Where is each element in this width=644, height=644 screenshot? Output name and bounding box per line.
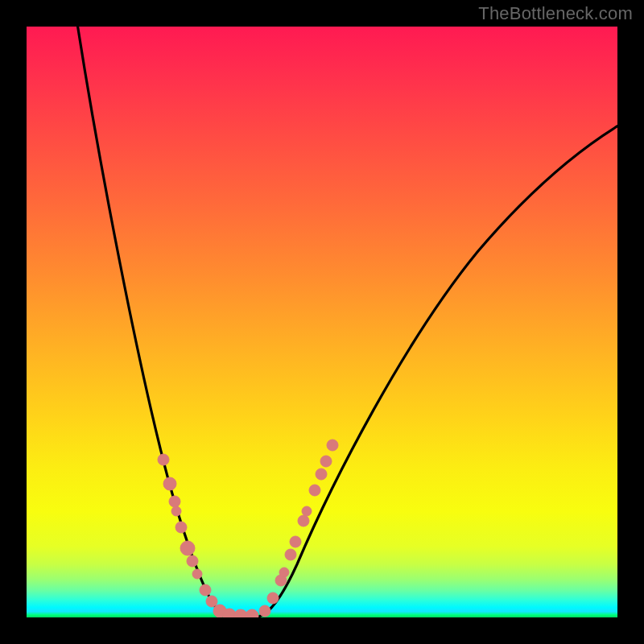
data-point (302, 506, 312, 516)
data-point (158, 454, 169, 465)
data-point (187, 555, 198, 567)
data-point (171, 506, 181, 516)
data-point (259, 605, 270, 617)
data-point (320, 456, 332, 467)
data-point (163, 477, 176, 490)
right-dots-group (259, 440, 338, 617)
data-point (290, 536, 301, 547)
data-point (206, 596, 217, 607)
data-point (285, 549, 296, 560)
data-point (200, 584, 211, 596)
data-point (169, 496, 180, 507)
data-point (298, 515, 309, 526)
data-point (327, 440, 338, 451)
chart-frame: TheBottleneck.com (0, 0, 644, 644)
data-point (279, 568, 289, 577)
data-point (309, 485, 320, 496)
data-point (180, 541, 195, 555)
dots-layer (27, 27, 617, 617)
left-dots-group (158, 454, 258, 617)
watermark-text: TheBottleneck.com (478, 3, 633, 24)
data-point (192, 569, 202, 579)
data-point (175, 522, 187, 533)
plot-area (27, 27, 617, 617)
data-point (267, 592, 279, 604)
data-point (316, 469, 327, 480)
data-point (246, 609, 258, 617)
